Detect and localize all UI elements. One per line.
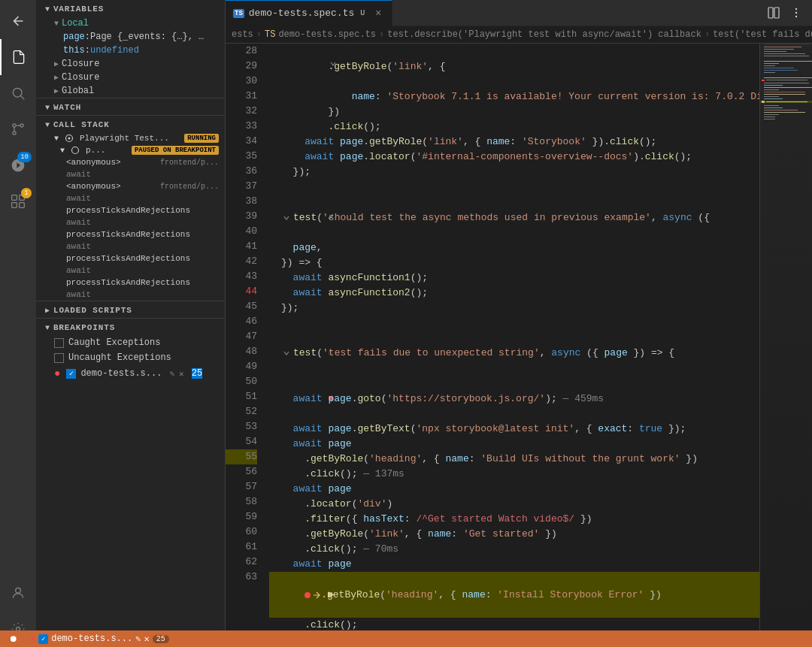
svg-rect-36 bbox=[764, 83, 809, 83]
breakpoints-chevron: ▼ bbox=[45, 324, 50, 332]
bp-close-icon[interactable]: ✕ bbox=[179, 369, 184, 379]
bp-uncaught-exceptions[interactable]: Uncaught Exceptions bbox=[36, 350, 225, 365]
closure-2[interactable]: ▶ Closure bbox=[36, 71, 225, 84]
code-content[interactable]: .getByRole('link', { name: 'Storybook 7.… bbox=[263, 44, 759, 647]
activity-explorer[interactable] bbox=[0, 39, 36, 75]
playwright-icon: ▼ bbox=[54, 135, 59, 143]
breadcrumb-sep-2: › bbox=[379, 29, 384, 40]
tab-demo-tests[interactable]: TS demo-tests.spec.ts U × bbox=[226, 0, 392, 26]
status-edit-icon[interactable]: ✎ bbox=[135, 633, 141, 645]
activity-run[interactable]: 10 bbox=[0, 147, 36, 183]
activity-account[interactable] bbox=[0, 575, 36, 611]
var-this-key: this: bbox=[63, 45, 90, 56]
call-stack-await-3[interactable]: await bbox=[36, 216, 225, 228]
call-stack-header[interactable]: ▼ CALL STACK bbox=[36, 116, 225, 132]
code-line-47: .getByRole('heading', { name: 'Build UIs… bbox=[269, 452, 759, 467]
breadcrumb-2-name[interactable]: demo-tests.spec.ts bbox=[278, 29, 376, 40]
call-stack-await-6[interactable]: await bbox=[36, 289, 225, 301]
bp-caught-exceptions[interactable]: Caught Exceptions bbox=[36, 335, 225, 350]
var-this[interactable]: this: undefined bbox=[36, 44, 225, 57]
activity-run-debug[interactable] bbox=[0, 3, 36, 39]
loaded-scripts-chevron: ▶ bbox=[45, 306, 50, 315]
breakpoints-header[interactable]: ▼ BREAKPOINTS bbox=[36, 319, 225, 335]
breadcrumb-1[interactable]: ests bbox=[232, 29, 253, 40]
watch-header[interactable]: ▼ WATCH bbox=[36, 98, 225, 115]
call-stack-process-3[interactable]: processTicksAndRejections bbox=[36, 252, 225, 265]
line-28-marker bbox=[269, 44, 281, 89]
breakpoints-title: BREAKPOINTS bbox=[53, 323, 115, 332]
closure-2-arrow: ▶ bbox=[54, 73, 59, 82]
code-line-37: page, bbox=[269, 240, 759, 255]
svg-rect-50 bbox=[764, 112, 805, 113]
svg-point-17 bbox=[795, 12, 797, 14]
more-actions-button[interactable] bbox=[786, 3, 806, 23]
bp-edit-icon[interactable]: ✎ bbox=[169, 369, 174, 379]
status-file-item[interactable]: ● ✓ demo-tests.s... ✎ ✕ 25 bbox=[27, 630, 172, 647]
line-43-marker: ○ bbox=[269, 331, 281, 376]
svg-line-1 bbox=[21, 96, 25, 100]
call-stack-process-1[interactable]: processTicksAndRejections bbox=[36, 204, 225, 216]
variables-header[interactable]: ▼ VARIABLES bbox=[36, 0, 225, 17]
call-stack-await-2[interactable]: await bbox=[36, 192, 225, 204]
var-this-value: undefined bbox=[90, 45, 139, 56]
bp-count-badge: 25 bbox=[192, 368, 202, 379]
watch-title: WATCH bbox=[53, 103, 81, 112]
call-stack-anon-2[interactable]: <anonymous> frontend/p... bbox=[36, 180, 225, 192]
line-43-collapse-icon[interactable] bbox=[281, 348, 292, 358]
svg-rect-7 bbox=[12, 203, 17, 208]
tab-ts-icon: TS bbox=[233, 9, 244, 18]
code-line-33: await page.locator('#internal-components… bbox=[269, 150, 759, 165]
breadcrumb-2[interactable]: TS bbox=[265, 29, 275, 40]
line-36-marker: ✓ bbox=[269, 195, 281, 240]
call-stack-process-2[interactable]: processTicksAndRejections bbox=[36, 228, 225, 240]
breadcrumb-3[interactable]: test.describe('Playwright test with asyn… bbox=[387, 29, 701, 40]
svg-rect-47 bbox=[764, 105, 779, 106]
call-stack-process-4[interactable]: processTicksAndRejections bbox=[36, 277, 225, 289]
closure-1[interactable]: ▶ Closure bbox=[36, 57, 225, 71]
breadcrumb-4[interactable]: test('test fails due to unexpected strin… bbox=[713, 29, 812, 40]
activity-source-control[interactable] bbox=[0, 111, 36, 147]
activity-extensions[interactable]: 1 bbox=[0, 183, 36, 219]
code-line-46: await page bbox=[269, 437, 759, 452]
svg-rect-53 bbox=[764, 119, 775, 119]
call-stack-await-4[interactable]: await bbox=[36, 240, 225, 252]
split-editor-button[interactable] bbox=[764, 3, 783, 23]
bp-demo-checkbox[interactable]: ✓ bbox=[66, 369, 76, 379]
call-stack-await-5[interactable]: await bbox=[36, 265, 225, 277]
svg-rect-23 bbox=[764, 53, 805, 54]
svg-point-3 bbox=[20, 124, 23, 127]
line-36-collapse-icon[interactable] bbox=[281, 213, 292, 223]
anon-1-label: <anonymous> bbox=[66, 158, 157, 167]
status-filename: demo-tests.s... bbox=[51, 633, 132, 644]
paused-arrow: ▼ bbox=[60, 147, 65, 155]
code-line-50: .locator('div') bbox=[269, 497, 759, 512]
global-group[interactable]: ▶ Global bbox=[36, 84, 225, 98]
var-page[interactable]: page: Page {_events: {…}, … bbox=[36, 30, 225, 44]
closure-1-arrow: ▶ bbox=[54, 59, 59, 68]
code-line-40: await asyncFunction2(); bbox=[269, 286, 759, 301]
svg-rect-37 bbox=[764, 85, 783, 86]
paused-label: p... bbox=[86, 146, 129, 155]
call-stack-anon-1[interactable]: <anonymous> frontend/p... bbox=[36, 156, 225, 168]
code-line-53: .click(); — 70ms bbox=[269, 542, 759, 557]
call-stack-await-1[interactable]: await bbox=[36, 168, 225, 180]
svg-rect-5 bbox=[12, 195, 17, 201]
status-debug-item[interactable]: ⏺ bbox=[6, 630, 21, 647]
call-stack-paused[interactable]: ▼ p... PAUSED ON BREAKPOINT bbox=[36, 144, 225, 156]
call-stack-playwright[interactable]: ▼ Playwright Test... RUNNING bbox=[36, 132, 225, 144]
status-close-icon[interactable]: ✕ bbox=[144, 633, 149, 645]
code-line-51: .filter({ hasText: /^Get started Watch v… bbox=[269, 512, 759, 527]
tab-bar: TS demo-tests.spec.ts U × bbox=[226, 0, 812, 26]
loaded-scripts-header[interactable]: ▶ LOADED SCRIPTS bbox=[36, 301, 225, 318]
svg-rect-30 bbox=[764, 70, 798, 71]
bp-demo-tests[interactable]: ● ✓ demo-tests.s... ✎ ✕ 25 bbox=[36, 365, 225, 382]
code-line-41: }); bbox=[269, 301, 759, 316]
bp-caught-checkbox[interactable] bbox=[54, 338, 64, 348]
activity-search[interactable] bbox=[0, 75, 36, 111]
bp-uncaught-checkbox[interactable] bbox=[54, 353, 64, 363]
svg-point-12 bbox=[68, 138, 71, 140]
local-group[interactable]: ▼ Local bbox=[36, 17, 225, 30]
tab-close-button[interactable]: × bbox=[372, 8, 384, 20]
variables-chevron: ▼ bbox=[45, 5, 50, 14]
bp-dot-icon: ● bbox=[54, 367, 60, 379]
